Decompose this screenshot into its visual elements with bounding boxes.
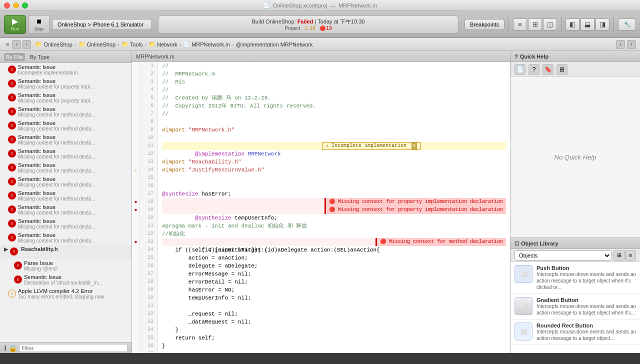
code-line: errorDetail = nil;	[162, 278, 506, 286]
by-file-tab[interactable]: By File	[4, 53, 25, 61]
code-editor[interactable]: // // MRPNetwork.m // Mis // // Created …	[158, 62, 510, 353]
push-button-item[interactable]: ⬜ Push Button Intercepts mouse-down even…	[510, 262, 640, 294]
breadcrumb-right-controls[interactable]: ‹ ›	[616, 40, 636, 49]
assistant-editor-button[interactable]: ⊞	[528, 18, 542, 30]
breadcrumb-item-network[interactable]: 📁 Network	[148, 41, 177, 48]
build-status-line2: Project ⚠ 19 🔴 19	[284, 26, 332, 31]
error-icon: !	[8, 136, 16, 144]
right-panel: ? Quick Help 📄 ? 🔖 ⊞ No Quick Help ◻ Obj…	[510, 51, 640, 353]
list-item[interactable]: ! Semantic Issue Missing context for met…	[0, 217, 132, 231]
quick-help-tab[interactable]: ?	[528, 64, 540, 75]
list-item[interactable]: ! Semantic Issue Missing context for met…	[0, 133, 132, 147]
list-item[interactable]: ! Semantic Issue Missing context for pro…	[0, 77, 132, 91]
breadcrumb-forward[interactable]: ›	[22, 40, 31, 49]
stop-button[interactable]: ■ Stop	[28, 15, 50, 34]
reachability-file-item[interactable]: ▶ ! Reachability.h	[0, 245, 132, 259]
version-editor-button[interactable]: ◫	[543, 18, 557, 30]
breadcrumb-item-impl[interactable]: @implementation MRPNetwork	[236, 42, 313, 48]
view-mode-buttons[interactable]: ⊞ ≡	[614, 250, 636, 260]
quick-help-panel: ? Quick Help 📄 ? 🔖 ⊞ No Quick Help	[510, 51, 640, 238]
list-item[interactable]: ! Parse Issue Missing '@end'	[0, 259, 132, 273]
code-line: }	[162, 342, 506, 350]
list-item[interactable]: ! Semantic Issue Declaration of 'struct …	[0, 273, 132, 287]
toolbar-separator3	[614, 16, 614, 32]
code-line-error2: @synthesize tempUserInfo; 🔴 Missing cont…	[162, 206, 506, 214]
code-line: #import "JustifyRenturnValue.h"	[162, 166, 506, 174]
incomplete-implementation-warning: ⚠ Incomplete implementation 5	[322, 142, 420, 150]
quick-help-tabs[interactable]: 📄 ? 🔖 ⊞	[510, 62, 640, 77]
file-nav-toggle[interactable]: ≡	[4, 40, 11, 49]
code-line: action = anAction;	[162, 254, 506, 262]
breadcrumb-item-file[interactable]: 📄 MRPNetwork.m	[183, 41, 230, 48]
breadcrumb-item-2[interactable]: 📁 OnlineShop	[78, 41, 116, 48]
list-item[interactable]: ! Semantic Issue Missing context for pro…	[0, 91, 132, 105]
scheme-selector[interactable]: OnlineShop > iPhone 6.1 Simulator	[52, 19, 152, 30]
list-item[interactable]: ! Semantic Issue Missing context for met…	[0, 161, 132, 175]
code-line: // Mis	[162, 78, 506, 86]
list-view-button[interactable]: ≡	[625, 250, 636, 260]
object-library-select[interactable]: Objects	[514, 250, 612, 260]
list-item[interactable]: ! Semantic Issue Missing context for met…	[0, 203, 132, 217]
breadcrumb-navigation[interactable]: ≡ ‹ ›	[4, 40, 31, 49]
code-line	[162, 302, 506, 310]
view-controls[interactable]: ◧ ⬓ ◨	[566, 18, 610, 30]
list-item[interactable]: ! Semantic Issue Missing context for met…	[0, 105, 132, 119]
filter-input[interactable]	[19, 344, 128, 352]
breakpoints-button[interactable]: Breakpoints	[464, 19, 504, 30]
list-item[interactable]: ! Semantic Issue Incomplete implementati…	[0, 63, 132, 77]
table-tab[interactable]: ⊞	[556, 64, 568, 75]
code-line	[162, 118, 506, 126]
breadcrumb-item-1[interactable]: 📁 OnlineShop	[35, 41, 72, 48]
object-library-items: ⬜ Push Button Intercepts mouse-down even…	[510, 262, 640, 353]
error-icon: !	[10, 248, 18, 256]
code-line-error1: @synthesize errorMessage,errorDetail; 🔴 …	[162, 198, 506, 206]
list-item[interactable]: ! Apple LLVM compiler 4.2 Error Too many…	[0, 287, 132, 301]
no-quick-help-text: No Quick Help	[510, 77, 640, 238]
organizer-button[interactable]: 🔧	[618, 18, 636, 30]
list-item[interactable]: ! Semantic Issue Missing context for met…	[0, 119, 132, 133]
editor-tab-active[interactable]: MRPNetwork.m	[136, 54, 174, 60]
identity-tab[interactable]: 🔖	[542, 64, 554, 75]
standard-editor-button[interactable]: ≡	[513, 18, 527, 30]
error-badge: 🔴 19	[320, 26, 332, 31]
code-line: //	[162, 86, 506, 94]
close-button[interactable]	[4, 2, 10, 8]
breadcrumb-item-3[interactable]: 📁 Tools	[122, 41, 143, 48]
code-line: @synthesize hasError;	[162, 190, 506, 198]
error-icon: !	[8, 234, 16, 242]
run-icon: ▶	[12, 18, 18, 26]
build-status-line1: Build OnlineShop: Failed | Today at 下午10…	[252, 18, 365, 26]
rounded-rect-button-item[interactable]: ⬜ Rounded Rect Button Intercepts mouse-d…	[510, 320, 640, 345]
navigator-header: By File By Type	[0, 51, 132, 63]
code-line: delegate = aDelegate;	[162, 262, 506, 270]
editor-content[interactable]: ⚠ ● ● ● 1 2 3 4 5 6 7 8 9 10	[132, 62, 510, 353]
grid-view-button[interactable]: ⊞	[614, 250, 624, 260]
list-item[interactable]: ! Semantic Issue Missing context for met…	[0, 189, 132, 203]
minimize-button[interactable]	[13, 2, 19, 8]
list-item[interactable]: ! Semantic Issue Missing context for met…	[0, 175, 132, 189]
nav-bottom-lock[interactable]: 🔒	[8, 344, 17, 352]
list-item[interactable]: ! Semantic Issue Missing context for met…	[0, 147, 132, 161]
code-line: //	[162, 110, 506, 118]
breadcrumb-issue-next[interactable]: ›	[627, 40, 636, 49]
maximize-button[interactable]	[22, 2, 28, 8]
debug-view-button[interactable]: ⬓	[580, 18, 594, 30]
code-line-impl: @implementation MRPNetwork ⚠ Incomplete …	[162, 142, 506, 150]
window-controls[interactable]	[4, 2, 28, 8]
code-line: hasError = NO;	[162, 286, 506, 294]
file-inspector-tab[interactable]: 📄	[514, 64, 526, 75]
gradient-button-icon: ⬜	[514, 297, 532, 315]
nav-bottom-info[interactable]: ℹ	[4, 344, 6, 352]
run-button[interactable]: ▶ Run	[4, 15, 26, 34]
code-line: //	[162, 62, 506, 70]
object-library-panel: ◻ Object Library Objects ⊞ ≡ ⬜ Push Butt…	[510, 238, 640, 353]
gradient-button-item[interactable]: ⬜ Gradient Button Intercepts mouse-down …	[510, 294, 640, 320]
util-view-button[interactable]: ◨	[596, 18, 610, 30]
list-item[interactable]: ! Semantic Issue Missing context for met…	[0, 231, 132, 245]
by-type-tab[interactable]: By Type	[28, 53, 52, 61]
editor-controls[interactable]: ≡ ⊞ ◫	[513, 18, 557, 30]
breadcrumb-back[interactable]: ‹	[12, 40, 21, 49]
nav-view-button[interactable]: ◧	[566, 18, 580, 30]
code-line	[162, 174, 506, 182]
breadcrumb-issue-prev[interactable]: ‹	[616, 40, 625, 49]
